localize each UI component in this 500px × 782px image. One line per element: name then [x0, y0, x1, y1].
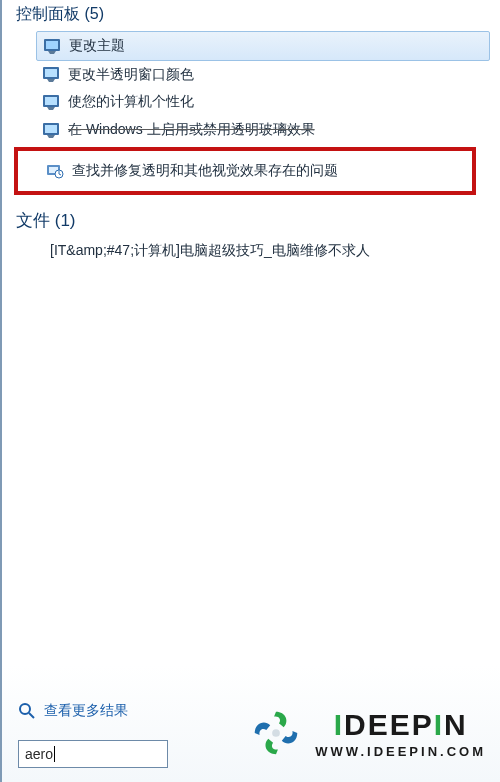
watermark-logo: IDEEPIN WWW.IDEEPIN.COM: [247, 704, 486, 762]
see-more-label: 查看更多结果: [44, 702, 128, 720]
search-input-value: aero: [25, 746, 53, 762]
svg-rect-5: [45, 97, 57, 105]
search-icon: [18, 702, 36, 720]
personalize-icon: [42, 93, 60, 111]
search-row: aero: [18, 740, 168, 768]
personalize-icon: [42, 121, 60, 139]
personalize-icon: [43, 37, 61, 55]
logo-swirl-icon: [247, 704, 305, 762]
cp-item-personalize[interactable]: 使您的计算机个性化: [2, 88, 500, 116]
highlight-annotation: 查找并修复透明和其他视觉效果存在的问题: [14, 147, 476, 195]
item-label: 更改半透明窗口颜色: [68, 65, 194, 85]
search-input[interactable]: aero: [18, 740, 168, 768]
cp-item-change-theme[interactable]: 更改主題: [36, 31, 490, 61]
text-caret: [54, 746, 55, 762]
file-items: [IT&amp;#47;计算机]电脑超级技巧_电脑维修不求人: [2, 238, 500, 268]
file-item[interactable]: [IT&amp;#47;计算机]电脑超级技巧_电脑维修不求人: [2, 238, 500, 264]
item-label: 查找并修复透明和其他视觉效果存在的问题: [72, 161, 338, 181]
personalize-icon: [42, 65, 60, 83]
item-label: 在 Windows 上启用或禁用透明玻璃效果: [68, 120, 315, 140]
see-more-results-link[interactable]: 查看更多结果: [18, 702, 128, 720]
item-label: 使您的计算机个性化: [68, 92, 194, 112]
svg-rect-7: [45, 125, 57, 133]
logo-url-text: WWW.IDEEPIN.COM: [315, 744, 486, 759]
file-label: [IT&amp;#47;计算机]电脑超级技巧_电脑维修不求人: [50, 242, 370, 260]
cp-item-window-color[interactable]: 更改半透明窗口颜色: [2, 61, 500, 89]
control-panel-items: 更改主題 更改半透明窗口颜色 使您的计算机个性化 在 Windows 上启用或禁…: [2, 31, 500, 207]
control-panel-header: 控制面板 (5): [2, 0, 500, 31]
svg-line-12: [29, 713, 34, 718]
troubleshoot-icon: [46, 162, 64, 180]
logo-brand-text: IDEEPIN: [315, 708, 486, 742]
svg-rect-3: [45, 69, 57, 77]
files-header: 文件 (1): [2, 207, 500, 238]
svg-rect-1: [46, 41, 58, 49]
cp-item-enable-glass[interactable]: 在 Windows 上启用或禁用透明玻璃效果: [2, 116, 500, 144]
svg-point-11: [20, 704, 30, 714]
cp-item-troubleshoot-aero[interactable]: 查找并修复透明和其他视觉效果存在的问题: [18, 157, 472, 185]
svg-point-13: [272, 729, 280, 737]
item-label: 更改主題: [69, 36, 125, 56]
search-results-pane: 控制面板 (5) 更改主題 更改半透明窗口颜色 使您的计算机个性化 在 Wind…: [0, 0, 500, 782]
